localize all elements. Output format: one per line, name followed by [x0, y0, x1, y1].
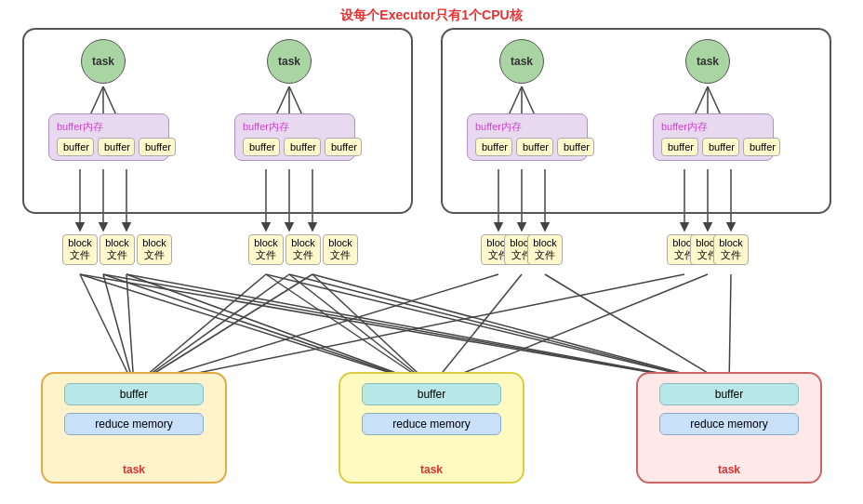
svg-line-47 — [432, 274, 708, 386]
buffer-mem-label-3: buffer内存 — [475, 120, 579, 134]
buffer-mem-box-2: buffer内存 buffer buffer buffer — [234, 113, 355, 161]
task-circle-1: task — [81, 39, 126, 84]
reduce-task-box-3: buffer reduce memory task — [636, 372, 822, 484]
buffer-cell-1-2: buffer — [98, 138, 135, 156]
block-1-1: block文件 — [62, 234, 98, 265]
reduce-task-label-1: task — [123, 463, 145, 476]
buffer-cell-3-1: buffer — [475, 138, 512, 156]
buffer-cell-1-3: buffer — [139, 138, 176, 156]
block-3-3: block文件 — [527, 234, 563, 265]
svg-line-31 — [80, 274, 729, 386]
buffer-cell-4-3: buffer — [743, 138, 780, 156]
svg-line-29 — [103, 274, 432, 386]
svg-line-34 — [134, 274, 266, 386]
buffer-cell-2-2: buffer — [284, 138, 321, 156]
buffer-mem-box-3: buffer内存 buffer buffer buffer — [467, 113, 588, 161]
page-title: 设每个Executor只有1个CPU核 — [4, 0, 859, 24]
task-circle-2: task — [267, 39, 312, 84]
svg-line-46 — [134, 274, 684, 386]
buffer-mem-label-4: buffer内存 — [661, 120, 765, 134]
svg-line-48 — [729, 274, 731, 386]
svg-line-30 — [126, 274, 432, 386]
svg-line-25 — [80, 274, 134, 386]
main-diagram: 设每个Executor只有1个CPU核 — [4, 0, 859, 474]
reduce-buffer-2: buffer — [362, 383, 501, 405]
reduce-memory-3: reduce memory — [659, 413, 799, 435]
block-1-2: block文件 — [100, 234, 135, 265]
block-1-3: block文件 — [137, 234, 172, 265]
task-circle-3: task — [499, 39, 544, 84]
reduce-memory-1: reduce memory — [64, 413, 204, 435]
block-4-3: block文件 — [713, 234, 749, 265]
svg-line-42 — [312, 274, 729, 386]
svg-line-32 — [103, 274, 729, 386]
svg-line-43 — [134, 274, 498, 386]
block-2-2: block文件 — [285, 234, 321, 265]
reduce-task-box-2: buffer reduce memory task — [339, 372, 524, 484]
reduce-task-label-3: task — [718, 463, 740, 476]
buffer-mem-label-1: buffer内存 — [57, 120, 161, 134]
svg-line-33 — [126, 274, 729, 386]
reduce-buffer-1: buffer — [64, 383, 204, 405]
svg-line-37 — [266, 274, 432, 386]
reduce-buffer-3: buffer — [659, 383, 799, 405]
reduce-task-label-2: task — [420, 463, 443, 476]
task-circle-4: task — [685, 39, 730, 84]
buffer-cell-1-1: buffer — [57, 138, 94, 156]
svg-line-38 — [289, 274, 432, 386]
buffer-cell-2-3: buffer — [325, 138, 362, 156]
svg-line-44 — [432, 274, 522, 386]
svg-line-41 — [289, 274, 729, 386]
buffer-cell-3-2: buffer — [516, 138, 553, 156]
svg-line-28 — [80, 274, 432, 386]
buffer-mem-box-4: buffer内存 buffer buffer buffer — [653, 113, 774, 161]
svg-line-35 — [134, 274, 289, 386]
buffer-mem-label-2: buffer内存 — [243, 120, 347, 134]
buffer-mem-box-1: buffer内存 buffer buffer buffer — [48, 113, 169, 161]
buffer-cell-4-1: buffer — [661, 138, 698, 156]
reduce-task-box-1: buffer reduce memory task — [41, 372, 227, 484]
buffer-cell-2-1: buffer — [243, 138, 280, 156]
buffer-cell-4-2: buffer — [702, 138, 739, 156]
block-2-3: block文件 — [323, 234, 358, 265]
svg-line-26 — [103, 274, 134, 386]
svg-line-40 — [266, 274, 729, 386]
block-2-1: block文件 — [248, 234, 284, 265]
svg-line-36 — [134, 274, 312, 386]
svg-line-45 — [545, 274, 729, 386]
buffer-cell-3-3: buffer — [557, 138, 594, 156]
svg-line-39 — [312, 274, 432, 386]
reduce-memory-2: reduce memory — [362, 413, 501, 435]
svg-line-27 — [126, 274, 134, 386]
